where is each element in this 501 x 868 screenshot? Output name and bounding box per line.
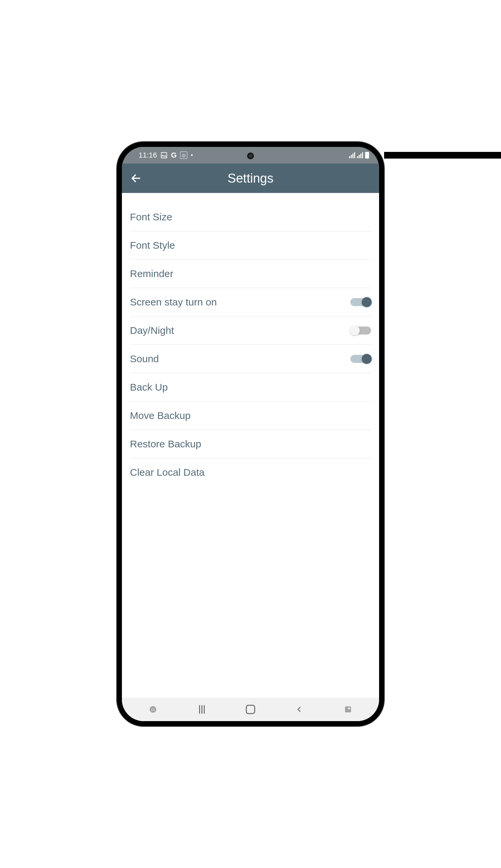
home-icon	[246, 705, 255, 714]
image-icon	[160, 152, 168, 159]
setting-reminder[interactable]: Reminder	[130, 260, 371, 288]
setting-label: Sound	[130, 353, 159, 365]
dot-indicator-icon: •	[191, 152, 193, 159]
setting-label: Reminder	[130, 268, 173, 280]
svg-point-8	[348, 707, 350, 709]
recent-apps-button[interactable]	[192, 699, 212, 719]
toggle-thumb	[350, 325, 360, 336]
system-back-button[interactable]	[289, 699, 309, 719]
status-bar: 11:16 G ◎ •	[122, 147, 379, 164]
status-right	[349, 152, 369, 159]
toggle-thumb	[362, 354, 372, 364]
google-icon: G	[171, 151, 177, 160]
instagram-icon: ◎	[180, 152, 188, 159]
arrow-left-icon	[130, 173, 142, 184]
setting-label: Clear Local Data	[130, 467, 204, 478]
signal-icon	[349, 152, 355, 158]
battery-icon	[365, 152, 369, 159]
setting-label: Screen stay turn on	[130, 296, 217, 308]
svg-point-4	[154, 708, 154, 709]
status-left: 11:16 G ◎ •	[139, 151, 193, 160]
setting-back-up[interactable]: Back Up	[130, 373, 371, 402]
back-button[interactable]	[129, 172, 142, 185]
svg-point-5	[152, 710, 153, 711]
signal-icon	[357, 152, 363, 158]
gamepad-icon[interactable]	[143, 699, 163, 719]
setting-label: Move Backup	[130, 410, 191, 421]
setting-label: Font Size	[130, 211, 172, 223]
setting-label: Back Up	[130, 382, 168, 393]
svg-point-6	[154, 710, 154, 711]
toggle-day-night[interactable]	[350, 326, 371, 335]
setting-label: Font Style	[130, 240, 175, 251]
phone-frame: 11:16 G ◎ • Se	[117, 142, 384, 726]
app-header: Settings	[122, 164, 379, 193]
system-navbar	[122, 698, 379, 721]
setting-font-size[interactable]: Font Size	[130, 203, 371, 231]
setting-label: Day/Night	[130, 325, 174, 336]
setting-sound[interactable]: Sound	[130, 345, 371, 373]
setting-clear-local-data[interactable]: Clear Local Data	[130, 458, 371, 486]
setting-restore-backup[interactable]: Restore Backup	[130, 430, 371, 458]
svg-point-2	[150, 706, 156, 713]
setting-font-style[interactable]: Font Style	[130, 231, 371, 260]
setting-move-backup[interactable]: Move Backup	[130, 402, 371, 430]
cable-decoration	[384, 152, 501, 159]
recent-apps-icon	[199, 705, 205, 714]
setting-day-night[interactable]: Day/Night	[130, 316, 371, 345]
screen: 11:16 G ◎ • Se	[122, 147, 379, 721]
setting-screen-stay-on[interactable]: Screen stay turn on	[130, 288, 371, 316]
toggle-thumb	[362, 297, 372, 307]
page-title: Settings	[227, 171, 273, 186]
toggle-sound[interactable]	[350, 355, 371, 363]
setting-label: Restore Backup	[130, 438, 201, 450]
screenshot-icon[interactable]	[338, 699, 358, 719]
settings-list: Font Size Font Style Reminder Screen sta…	[122, 193, 379, 698]
home-button[interactable]	[241, 699, 260, 719]
svg-rect-0	[161, 153, 167, 158]
clock-text: 11:16	[139, 151, 157, 160]
chevron-left-icon	[296, 704, 302, 714]
svg-point-3	[152, 708, 153, 709]
svg-rect-7	[345, 706, 351, 713]
toggle-screen-stay-on[interactable]	[350, 298, 371, 306]
